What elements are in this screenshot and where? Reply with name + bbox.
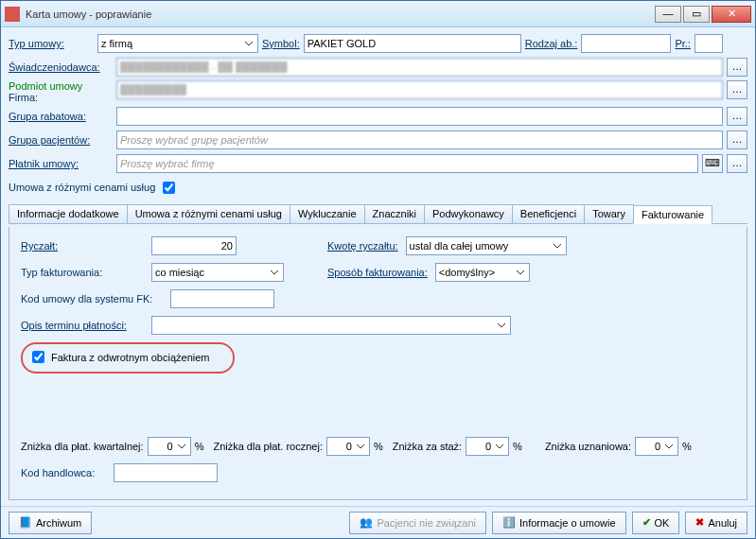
app-icon bbox=[5, 7, 20, 22]
titlebar: Karta umowy - poprawianie — ▭ ✕ bbox=[1, 1, 755, 27]
tab-pane-fakturowanie: Ryczałt: Kwotę ryczałtu: ustal dla całej… bbox=[9, 227, 747, 500]
firma-input[interactable] bbox=[116, 80, 723, 99]
informacje-o-umowie-button[interactable]: ℹ️ Informacje o umowie bbox=[492, 512, 626, 534]
typ-fakturowania-label: Typ fakturowania: bbox=[21, 267, 144, 278]
typ-umowy-label: Typ umowy: bbox=[9, 38, 94, 49]
swiadczeniodawca-browse-button[interactable]: … bbox=[727, 58, 747, 77]
grupa-pacjentow-label: Grupa pacjentów: bbox=[9, 134, 113, 146]
users-icon: 👥 bbox=[360, 516, 373, 529]
opis-terminu-label: Opis terminu płatności: bbox=[21, 320, 144, 331]
footer: 📘 Archiwum 👥 Pacjenci nie związani ℹ️ In… bbox=[1, 506, 755, 538]
symbol-label: Symbol: bbox=[262, 38, 300, 49]
kod-fk-label: Kod umowy dla systemu FK: bbox=[21, 293, 163, 304]
firma-browse-button[interactable]: … bbox=[727, 80, 747, 99]
tab-bar: Informacje dodatkowe Umowa z różnymi cen… bbox=[9, 204, 747, 224]
ryczalt-input[interactable] bbox=[151, 236, 237, 255]
symbol-input[interactable] bbox=[304, 34, 521, 53]
typ-fakturowania-select[interactable]: co miesiąc bbox=[151, 263, 284, 282]
firma-label: Firma: bbox=[9, 92, 113, 103]
tab-wykluczanie[interactable]: Wykluczanie bbox=[290, 204, 365, 223]
znizka-roczna-label: Zniżka dla płat. rocznej: bbox=[213, 441, 323, 452]
ryczalt-label: Ryczałt: bbox=[21, 240, 144, 252]
rozne-ceny-checkbox[interactable] bbox=[163, 182, 175, 194]
rodzaj-ab-input[interactable] bbox=[581, 34, 671, 53]
percent-2: % bbox=[374, 441, 383, 452]
tab-beneficjenci[interactable]: Beneficjenci bbox=[512, 204, 585, 223]
tab-towary[interactable]: Towary bbox=[584, 204, 634, 223]
kwote-ryczaltu-label: Kwotę ryczałtu: bbox=[327, 240, 398, 252]
percent-4: % bbox=[682, 441, 692, 452]
znizka-kwartalna-select[interactable]: 0 bbox=[148, 437, 191, 456]
znizka-kwartalna-label: Zniżka dla płat. kwartalnej: bbox=[21, 441, 144, 452]
pr-input[interactable] bbox=[694, 34, 723, 53]
swiadczeniodawca-label: Świadczeniodawca: bbox=[9, 61, 113, 73]
znizka-uznaniowa-label: Zniżka uznaniowa: bbox=[545, 441, 631, 452]
sposob-fakturowania-select[interactable]: <domyślny> bbox=[435, 263, 530, 282]
content-area: Typ umowy: z firmą Symbol: Rodzaj ab.: P… bbox=[1, 27, 755, 506]
percent-1: % bbox=[195, 441, 204, 452]
podmiot-umowy-label: Podmiot umowy bbox=[9, 80, 113, 92]
grupa-rabatowa-label: Grupa rabatowa: bbox=[9, 111, 113, 122]
percent-3: % bbox=[513, 441, 522, 452]
znizka-staz-label: Zniżka za staż: bbox=[393, 441, 462, 452]
odwrotne-obciazenie-label: Faktura z odwrotnym obciążeniem bbox=[51, 352, 210, 363]
grupa-rabatowa-browse-button[interactable]: … bbox=[727, 107, 747, 126]
cancel-icon: ✖ bbox=[695, 516, 704, 529]
znizka-staz-select[interactable]: 0 bbox=[466, 437, 509, 456]
odwrotne-obciazenie-checkbox[interactable] bbox=[32, 351, 44, 363]
anuluj-button[interactable]: ✖ Anuluj bbox=[685, 512, 747, 534]
platnik-umowy-label: Płatnik umowy: bbox=[9, 158, 113, 169]
check-icon: ✔ bbox=[642, 516, 651, 529]
tab-fakturowanie[interactable]: Fakturowanie bbox=[633, 205, 712, 224]
grupa-pacjentow-browse-button[interactable]: … bbox=[727, 130, 747, 149]
close-button[interactable]: ✕ bbox=[712, 6, 751, 23]
kod-handlowca-label: Kod handlowca: bbox=[21, 467, 106, 478]
grupa-rabatowa-input[interactable] bbox=[116, 107, 723, 126]
tab-informacje-dodatkowe[interactable]: Informacje dodatkowe bbox=[9, 204, 128, 223]
platnik-umowy-browse-button[interactable]: … bbox=[727, 154, 747, 173]
info-icon: ℹ️ bbox=[502, 516, 516, 529]
app-window: Karta umowy - poprawianie — ▭ ✕ Typ umow… bbox=[0, 0, 756, 539]
kod-handlowca-input[interactable] bbox=[114, 463, 218, 482]
minimize-button[interactable]: — bbox=[655, 6, 681, 23]
platnik-umowy-input[interactable] bbox=[116, 154, 698, 173]
grupa-pacjentow-input[interactable] bbox=[116, 130, 723, 149]
znizka-uznaniowa-select[interactable]: 0 bbox=[635, 437, 678, 456]
tab-znaczniki[interactable]: Znaczniki bbox=[364, 204, 425, 223]
odwrotne-obciazenie-highlight: Faktura z odwrotnym obciążeniem bbox=[21, 342, 235, 374]
kod-fk-input[interactable] bbox=[170, 289, 274, 308]
pr-label: Pr.: bbox=[675, 38, 691, 49]
znizka-roczna-select[interactable]: 0 bbox=[326, 437, 370, 456]
typ-umowy-select[interactable]: z firmą bbox=[97, 34, 258, 53]
archiwum-button[interactable]: 📘 Archiwum bbox=[9, 512, 92, 534]
maximize-button[interactable]: ▭ bbox=[683, 6, 710, 23]
archive-icon: 📘 bbox=[19, 516, 32, 529]
opis-terminu-select[interactable] bbox=[151, 316, 511, 335]
kwote-ryczaltu-select[interactable]: ustal dla całej umowy bbox=[406, 236, 567, 255]
window-title: Karta umowy - poprawianie bbox=[26, 9, 655, 20]
tab-podwykonawcy[interactable]: Podwykonawcy bbox=[424, 204, 513, 223]
rodzaj-ab-label: Rodzaj ab.: bbox=[525, 38, 578, 49]
platnik-umowy-special-button[interactable]: ⌨ bbox=[702, 154, 723, 173]
sposob-fakturowania-label: Sposób fakturowania: bbox=[327, 267, 428, 278]
rozne-ceny-label: Umowa z różnymi cenami usług bbox=[9, 182, 155, 193]
pacjenci-nie-zwiazani-button: 👥 Pacjenci nie związani bbox=[349, 512, 486, 534]
tab-rozne-ceny[interactable]: Umowa z różnymi cenami usług bbox=[127, 204, 290, 223]
swiadczeniodawca-input[interactable] bbox=[116, 58, 723, 77]
ok-button[interactable]: ✔ OK bbox=[632, 512, 680, 534]
